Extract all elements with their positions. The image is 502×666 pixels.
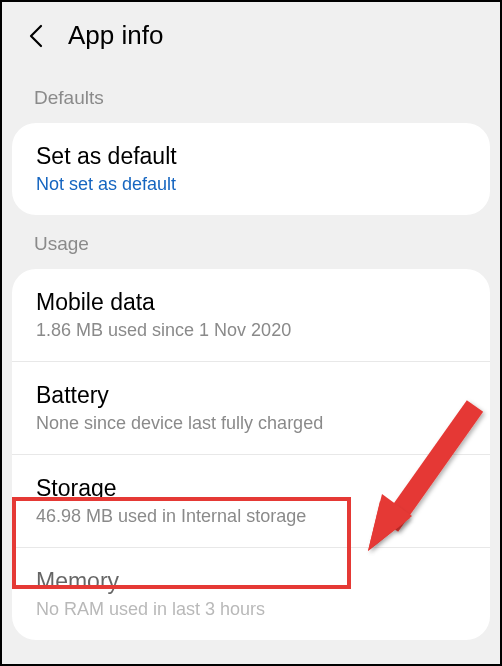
page-title: App info [68,20,163,51]
chevron-left-icon [29,24,43,48]
item-title: Storage [36,475,466,502]
item-subtitle: 1.86 MB used since 1 Nov 2020 [36,320,466,341]
item-battery[interactable]: Battery None since device last fully cha… [12,362,490,455]
item-subtitle: Not set as default [36,174,466,195]
section-label-defaults: Defaults [2,69,500,123]
item-title: Set as default [36,143,466,170]
item-storage[interactable]: Storage 46.98 MB used in Internal storag… [12,455,490,548]
app-header: App info [2,2,500,69]
item-subtitle: No RAM used in last 3 hours [36,599,466,620]
section-label-usage: Usage [2,215,500,269]
item-subtitle: 46.98 MB used in Internal storage [36,506,466,527]
item-title: Mobile data [36,289,466,316]
item-subtitle: None since device last fully charged [36,413,466,434]
item-title: Memory [36,568,466,595]
item-mobile-data[interactable]: Mobile data 1.86 MB used since 1 Nov 202… [12,269,490,362]
item-set-as-default[interactable]: Set as default Not set as default [12,123,490,215]
item-title: Battery [36,382,466,409]
card-usage: Mobile data 1.86 MB used since 1 Nov 202… [12,269,490,640]
item-memory[interactable]: Memory No RAM used in last 3 hours [12,548,490,640]
card-defaults: Set as default Not set as default [12,123,490,215]
back-button[interactable] [24,24,48,48]
